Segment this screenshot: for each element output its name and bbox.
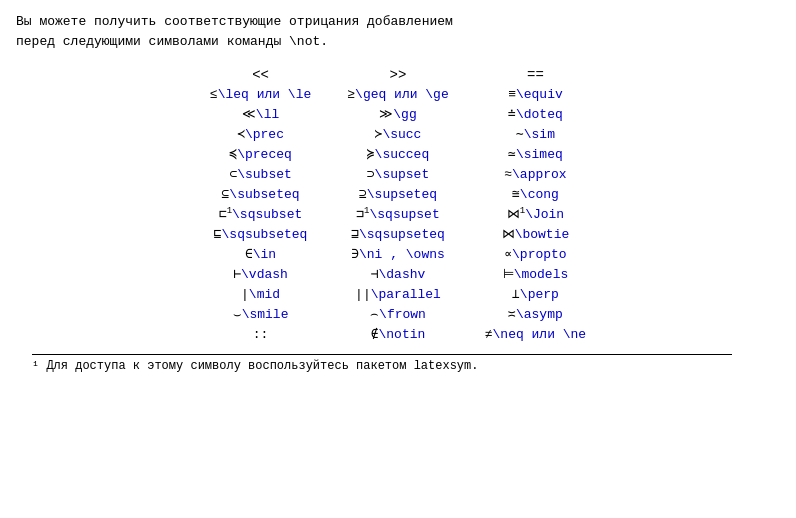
latex-cmd: \leq или \le <box>218 87 312 102</box>
intro-text: Вы можете получить соответствующие отриц… <box>16 12 736 51</box>
math-symbol: ∉ <box>371 327 379 342</box>
latex-cmd: \mid <box>249 287 280 302</box>
latex-cmd: \supseteq <box>367 187 437 202</box>
table-row: ⊑\sqsubseteq⊒\sqsupseteq⋈\bowtie <box>192 224 604 244</box>
table-cell: ≫\gg <box>329 104 466 124</box>
table-row: ∈\in∋\ni , \owns∝\propto <box>192 244 604 264</box>
math-symbol: ⋈ <box>502 227 515 242</box>
latex-cmd: \approx <box>512 167 567 182</box>
latex-cmd: \propto <box>512 247 567 262</box>
latex-cmd: \doteq <box>516 107 563 122</box>
math-symbol: ⋈1 <box>507 207 525 222</box>
table-cell: ∉\notin <box>329 324 466 344</box>
math-symbol: ≐ <box>508 107 516 122</box>
table-cell: ||\parallel <box>329 284 466 304</box>
latex-cmd: \supset <box>375 167 430 182</box>
math-symbol: ∝ <box>504 247 512 262</box>
latex-cmd: \neq или \ne <box>493 327 587 342</box>
math-symbol: ⊢ <box>233 267 241 282</box>
table-cell: ⊇\supseteq <box>329 184 466 204</box>
table-cell: :: <box>192 324 329 344</box>
table-row: ⌣\smile⌢\frown≍\asymp <box>192 304 604 324</box>
math-symbol: ≤ <box>210 87 218 102</box>
table-cell: ≈\approx <box>467 164 604 184</box>
table-header-row: << >> == <box>192 65 604 85</box>
table-cell: ≻\succ <box>329 124 466 144</box>
table-cell: ⌢\frown <box>329 304 466 324</box>
symbols-table: << >> == ≤\leq или \le≥\geq или \ge≡\equ… <box>192 65 604 344</box>
table-cell: ⊆\subseteq <box>192 184 329 204</box>
math-symbol: ≠ <box>485 327 493 342</box>
latex-cmd: \subset <box>237 167 292 182</box>
math-symbol: ≅ <box>512 187 520 202</box>
table-cell: ≠\neq или \ne <box>467 324 604 344</box>
table-cell: |\mid <box>192 284 329 304</box>
table-row: ⊢\vdash⊣\dashv⊨\models <box>192 264 604 284</box>
math-symbol: ⊐1 <box>356 207 369 222</box>
table-cell: ⊐1\sqsupset <box>329 204 466 224</box>
table-cell: ⊏1\sqsubset <box>192 204 329 224</box>
table-row: ⊂\subset⊃\supset≈\approx <box>192 164 604 184</box>
math-symbol: ≼ <box>229 147 237 162</box>
latex-cmd: \asymp <box>516 307 563 322</box>
latex-cmd: \succ <box>382 127 421 142</box>
math-symbol: ≍ <box>508 307 516 322</box>
math-symbol: ≡ <box>508 87 516 102</box>
latex-cmd: \equiv <box>516 87 563 102</box>
latex-cmd: \vdash <box>241 267 288 282</box>
latex-cmd: \sqsubseteq <box>222 227 308 242</box>
table-cell: ⋈1\Join <box>467 204 604 224</box>
math-symbol: ⊨ <box>503 267 514 282</box>
table-row: ≪\ll≫\gg≐\doteq <box>192 104 604 124</box>
table-cell: ≤\leq или \le <box>192 85 329 104</box>
header-col3: == <box>467 65 604 85</box>
table-cell: ≼\preceq <box>192 144 329 164</box>
latex-cmd: \preceq <box>237 147 292 162</box>
math-symbol: ⊑ <box>214 227 222 242</box>
latex-cmd: \simeq <box>516 147 563 162</box>
footnote: ¹ Для доступа к этому символу воспользуй… <box>32 354 732 373</box>
header-col1: << <box>192 65 329 85</box>
table-cell: ≐\doteq <box>467 104 604 124</box>
math-symbol: ≺ <box>237 127 245 142</box>
latex-cmd: \subseteq <box>229 187 299 202</box>
table-cell: ⊒\sqsupseteq <box>329 224 466 244</box>
latex-cmd: \cong <box>520 187 559 202</box>
math-symbol: | <box>241 287 249 302</box>
table-cell: ⊑\sqsubseteq <box>192 224 329 244</box>
math-symbol: ≃ <box>508 147 516 162</box>
latex-cmd: \succeq <box>375 147 430 162</box>
math-symbol: ≽ <box>367 147 375 162</box>
table-cell: ∋\ni , \owns <box>329 244 466 264</box>
latex-cmd: \sim <box>524 127 555 142</box>
math-symbol: ∋ <box>351 247 359 262</box>
latex-cmd: \sqsupseteq <box>359 227 445 242</box>
math-symbol: ≈ <box>504 167 512 182</box>
table-cell: ⊢\vdash <box>192 264 329 284</box>
table-row: |\mid||\parallel⊥\perp <box>192 284 604 304</box>
math-symbol: ≪ <box>242 107 256 122</box>
latex-cmd: \Join <box>525 207 564 222</box>
math-symbol: :: <box>253 327 269 342</box>
table-cell: ≥\geq или \ge <box>329 85 466 104</box>
table-cell: ⊥\perp <box>467 284 604 304</box>
math-symbol: ≥ <box>347 87 355 102</box>
latex-cmd: \gg <box>393 107 416 122</box>
latex-cmd: \models <box>514 267 569 282</box>
latex-cmd: \perp <box>520 287 559 302</box>
table-cell: ∝\propto <box>467 244 604 264</box>
latex-cmd: \ll <box>256 107 279 122</box>
table-cell: ⊂\subset <box>192 164 329 184</box>
math-symbol: ⊣ <box>371 267 379 282</box>
table-cell: ⋈\bowtie <box>467 224 604 244</box>
table-cell: ≃\simeq <box>467 144 604 164</box>
math-symbol: ⊇ <box>359 187 367 202</box>
math-symbol: ⊂ <box>229 167 237 182</box>
math-symbol: ⊥ <box>512 287 520 302</box>
table-cell: ≡\equiv <box>467 85 604 104</box>
latex-cmd: \parallel <box>371 287 441 302</box>
math-symbol: ⊏1 <box>219 207 232 222</box>
math-symbol: ⊃ <box>367 167 375 182</box>
table-cell: ∈\in <box>192 244 329 264</box>
table-cell: ≅\cong <box>467 184 604 204</box>
